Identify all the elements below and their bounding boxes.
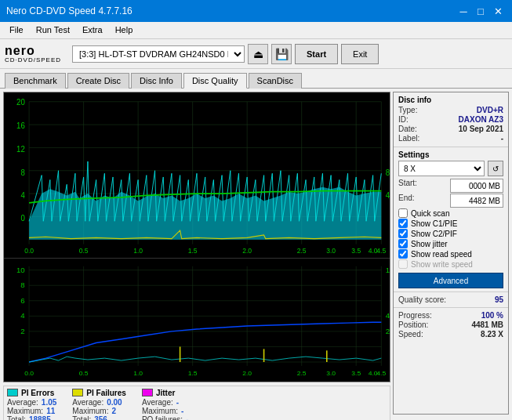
- menu-extra[interactable]: Extra: [76, 24, 109, 37]
- svg-text:0.5: 0.5: [79, 370, 89, 377]
- speed-select[interactable]: 8 X 4 X 6 X Max: [398, 161, 485, 176]
- position-label: Position:: [398, 320, 428, 329]
- chart-bottom: 10 8 6 4 2 10 4 2 0.0 0.5 1.0 1.5 2.0 2.…: [4, 259, 390, 381]
- svg-text:2.5: 2.5: [297, 370, 307, 377]
- app-title: Nero CD-DVD Speed 4.7.7.16: [6, 5, 133, 16]
- jitter-po-val: -: [186, 415, 188, 420]
- drive-select[interactable]: [3:3] HL-DT-ST DVDRAM GH24NSD0 LH00: [72, 45, 245, 63]
- show-write-speed-row: Show write speed: [398, 259, 503, 269]
- settings-section: Settings 8 X 4 X 6 X Max ↺ Start: End:: [394, 147, 508, 292]
- svg-text:2.0: 2.0: [242, 247, 252, 255]
- disc-type-row: Type: DVD+R: [398, 106, 503, 114]
- progress-row: Progress: 100 %: [398, 311, 503, 320]
- disc-date-row: Date: 10 Sep 2021: [398, 125, 503, 133]
- svg-text:0.0: 0.0: [24, 370, 34, 377]
- close-button[interactable]: ✕: [490, 4, 506, 18]
- disc-type-label: Type:: [398, 106, 417, 114]
- progress-section: Progress: 100 % Position: 4481 MB Speed:…: [394, 308, 508, 342]
- menu-help[interactable]: Help: [109, 24, 140, 37]
- chart-bottom-svg: 10 8 6 4 2 10 4 2 0.0 0.5 1.0 1.5 2.0 2.…: [4, 259, 390, 381]
- show-read-speed-checkbox[interactable]: [398, 249, 408, 259]
- svg-text:2: 2: [20, 328, 24, 335]
- pi-errors-total-label: Total:: [7, 415, 26, 420]
- advanced-button[interactable]: Advanced: [398, 273, 503, 288]
- window-controls: ─ □ ✕: [456, 4, 506, 18]
- start-label: Start:: [398, 179, 417, 193]
- svg-text:1.5: 1.5: [188, 247, 198, 255]
- pi-failures-avg-val: 0.00: [107, 398, 122, 407]
- end-input[interactable]: [450, 194, 503, 208]
- pi-failures-max-val: 2: [111, 407, 116, 415]
- svg-text:0.5: 0.5: [79, 247, 89, 255]
- tab-disc-info[interactable]: Disc Info: [131, 73, 182, 89]
- svg-text:8: 8: [20, 282, 24, 290]
- quick-scan-label: Quick scan: [411, 209, 449, 218]
- show-jitter-checkbox[interactable]: [398, 239, 408, 248]
- disc-label-row: Label: -: [398, 134, 503, 143]
- speed-val: 8.23 X: [481, 330, 503, 339]
- show-write-speed-checkbox[interactable]: [398, 259, 408, 269]
- charts-and-legend: 20 16 12 8 4 0 8 4 0.0 0.5 1.0 1.5 2.0 2…: [0, 89, 393, 418]
- disc-type-val: DVD+R: [477, 106, 503, 114]
- show-c1-pie-label: Show C1/PIE: [411, 219, 457, 228]
- show-c1-pie-checkbox[interactable]: [398, 219, 408, 228]
- svg-text:6: 6: [20, 297, 24, 305]
- svg-text:1.0: 1.0: [133, 370, 143, 377]
- position-val: 4481 MB: [471, 320, 503, 329]
- pi-errors-avg-val: 1.05: [42, 398, 56, 407]
- chart-top: 20 16 12 8 4 0 8 4 0.0 0.5 1.0 1.5 2.0 2…: [4, 92, 390, 259]
- save-icon-button[interactable]: 💾: [271, 44, 292, 64]
- tab-scan-disc[interactable]: ScanDisc: [249, 73, 302, 89]
- jitter-avg-label: Average:: [142, 398, 173, 407]
- pi-failures-label: PI Failures: [86, 389, 126, 397]
- show-c2-pif-checkbox[interactable]: [398, 229, 408, 238]
- start-input[interactable]: [450, 179, 503, 193]
- svg-text:16: 16: [16, 121, 25, 129]
- svg-text:3.5: 3.5: [351, 370, 361, 377]
- svg-rect-35: [4, 259, 390, 381]
- speed-row: 8 X 4 X 6 X Max ↺: [398, 161, 503, 176]
- show-c2-pif-row: Show C2/PIF: [398, 229, 503, 238]
- maximize-button[interactable]: □: [473, 4, 488, 18]
- jitter-max-label: Maximum:: [142, 407, 178, 415]
- disc-info-title: Disc info: [398, 96, 503, 104]
- charts-area: 20 16 12 8 4 0 8 4 0.0 0.5 1.0 1.5 2.0 2…: [3, 92, 390, 382]
- svg-text:0.0: 0.0: [24, 247, 34, 255]
- svg-text:3.0: 3.0: [326, 247, 336, 255]
- end-label: End:: [398, 194, 415, 208]
- toolbar: nero CD·DVD/SPEED [3:3] HL-DT-ST DVDRAM …: [0, 39, 512, 69]
- tab-create-disc[interactable]: Create Disc: [67, 73, 129, 89]
- main-content: 20 16 12 8 4 0 8 4 0.0 0.5 1.0 1.5 2.0 2…: [0, 89, 512, 418]
- tab-disc-quality[interactable]: Disc Quality: [183, 73, 247, 89]
- end-row: End:: [398, 194, 503, 208]
- menu-run-test[interactable]: Run Test: [30, 24, 76, 37]
- svg-text:4: 4: [386, 191, 390, 200]
- svg-text:2.5: 2.5: [297, 247, 307, 255]
- show-c2-pif-label: Show C2/PIF: [411, 230, 457, 238]
- disc-id-label: ID:: [398, 115, 409, 124]
- eject-icon-button[interactable]: ⏏: [248, 44, 268, 64]
- start-row: Start:: [398, 179, 503, 193]
- svg-text:20: 20: [16, 98, 25, 107]
- nero-logo: nero CD·DVD/SPEED: [5, 45, 61, 63]
- legend-jitter: Jitter Average: - Maximum: - PO failures…: [142, 389, 189, 420]
- show-jitter-label: Show jitter: [411, 240, 448, 248]
- jitter-label: Jitter: [156, 389, 175, 397]
- svg-text:2.0: 2.0: [242, 370, 252, 377]
- speed-label: Speed:: [398, 330, 423, 339]
- refresh-button[interactable]: ↺: [488, 161, 503, 176]
- minimize-button[interactable]: ─: [456, 4, 471, 18]
- menu-file[interactable]: File: [3, 24, 30, 37]
- legend-row: PI Errors Average: 1.05 Maximum: 11 Tota…: [4, 386, 390, 420]
- svg-text:8: 8: [20, 168, 25, 176]
- quick-scan-checkbox[interactable]: [398, 208, 408, 218]
- pi-errors-label: PI Errors: [21, 389, 54, 397]
- legend-pi-errors: PI Errors Average: 1.05 Maximum: 11 Tota…: [7, 389, 56, 420]
- menu-bar: File Run Test Extra Help: [0, 22, 512, 39]
- svg-text:12: 12: [16, 145, 25, 154]
- pi-errors-max-label: Maximum:: [7, 407, 43, 415]
- legend-pi-failures: PI Failures Average: 0.00 Maximum: 2 Tot…: [72, 389, 126, 420]
- start-button[interactable]: Start: [295, 44, 338, 64]
- tab-benchmark[interactable]: Benchmark: [5, 73, 66, 89]
- exit-button[interactable]: Exit: [341, 44, 379, 64]
